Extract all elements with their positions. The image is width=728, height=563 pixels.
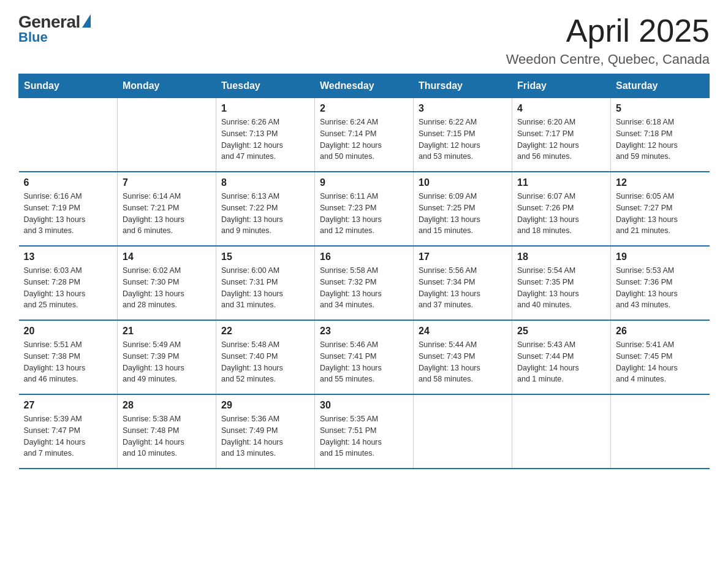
day-number: 13 [24,251,113,262]
day-info: Sunrise: 5:49 AMSunset: 7:39 PMDaylight:… [123,339,211,385]
day-number: 30 [320,400,408,411]
day-info: Sunrise: 5:46 AMSunset: 7:41 PMDaylight:… [320,339,408,385]
day-number: 11 [517,177,605,188]
day-number: 24 [419,326,507,337]
calendar-cell: 27Sunrise: 5:39 AMSunset: 7:47 PMDayligh… [19,394,118,469]
calendar-cell [118,98,216,172]
day-number: 8 [221,177,309,188]
logo-triangle-icon [82,14,91,28]
calendar-cell: 9Sunrise: 6:11 AMSunset: 7:23 PMDaylight… [315,172,414,246]
day-number: 17 [419,251,507,262]
day-info: Sunrise: 6:18 AMSunset: 7:18 PMDaylight:… [616,117,705,163]
week-row-5: 27Sunrise: 5:39 AMSunset: 7:47 PMDayligh… [19,394,710,469]
calendar-cell: 4Sunrise: 6:20 AMSunset: 7:17 PMDaylight… [512,98,611,172]
day-number: 20 [24,326,113,337]
calendar-cell: 5Sunrise: 6:18 AMSunset: 7:18 PMDaylight… [611,98,710,172]
day-number: 26 [616,326,705,337]
calendar-cell: 30Sunrise: 5:35 AMSunset: 7:51 PMDayligh… [315,394,414,469]
calendar-cell: 23Sunrise: 5:46 AMSunset: 7:41 PMDayligh… [315,320,414,394]
day-number: 4 [517,103,605,114]
calendar-cell: 3Sunrise: 6:22 AMSunset: 7:15 PMDaylight… [414,98,512,172]
day-number: 28 [123,400,211,411]
day-number: 18 [517,251,605,262]
day-info: Sunrise: 6:20 AMSunset: 7:17 PMDaylight:… [517,117,605,163]
day-number: 25 [517,326,605,337]
week-row-2: 6Sunrise: 6:16 AMSunset: 7:19 PMDaylight… [19,172,710,246]
week-row-3: 13Sunrise: 6:03 AMSunset: 7:28 PMDayligh… [19,246,710,320]
calendar-cell: 17Sunrise: 5:56 AMSunset: 7:34 PMDayligh… [414,246,512,320]
calendar-cell: 6Sunrise: 6:16 AMSunset: 7:19 PMDaylight… [19,172,118,246]
day-info: Sunrise: 5:35 AMSunset: 7:51 PMDaylight:… [320,413,408,459]
day-number: 21 [123,326,211,337]
calendar-table: SundayMondayTuesdayWednesdayThursdayFrid… [18,74,710,469]
calendar-cell: 8Sunrise: 6:13 AMSunset: 7:22 PMDaylight… [216,172,315,246]
day-number: 1 [221,103,309,114]
calendar-cell: 24Sunrise: 5:44 AMSunset: 7:43 PMDayligh… [414,320,512,394]
day-info: Sunrise: 5:53 AMSunset: 7:36 PMDaylight:… [616,265,705,311]
day-number: 22 [221,326,309,337]
calendar-cell: 29Sunrise: 5:36 AMSunset: 7:49 PMDayligh… [216,394,315,469]
day-info: Sunrise: 5:48 AMSunset: 7:40 PMDaylight:… [221,339,309,385]
calendar-cell: 11Sunrise: 6:07 AMSunset: 7:26 PMDayligh… [512,172,611,246]
day-info: Sunrise: 5:38 AMSunset: 7:48 PMDaylight:… [123,413,211,459]
day-info: Sunrise: 5:56 AMSunset: 7:34 PMDaylight:… [419,265,507,311]
day-info: Sunrise: 6:24 AMSunset: 7:14 PMDaylight:… [320,117,408,163]
weekday-header-sunday: Sunday [19,74,118,98]
calendar-cell: 21Sunrise: 5:49 AMSunset: 7:39 PMDayligh… [118,320,216,394]
day-info: Sunrise: 6:14 AMSunset: 7:21 PMDaylight:… [123,191,211,237]
calendar-title: April 2025 [506,12,710,49]
day-info: Sunrise: 6:02 AMSunset: 7:30 PMDaylight:… [123,265,211,311]
day-info: Sunrise: 6:16 AMSunset: 7:19 PMDaylight:… [24,191,113,237]
day-info: Sunrise: 6:07 AMSunset: 7:26 PMDaylight:… [517,191,605,237]
calendar-cell: 20Sunrise: 5:51 AMSunset: 7:38 PMDayligh… [19,320,118,394]
day-info: Sunrise: 6:09 AMSunset: 7:25 PMDaylight:… [419,191,507,237]
day-info: Sunrise: 5:43 AMSunset: 7:44 PMDaylight:… [517,339,605,385]
calendar-subtitle: Weedon Centre, Quebec, Canada [506,52,710,67]
calendar-cell: 1Sunrise: 6:26 AMSunset: 7:13 PMDaylight… [216,98,315,172]
calendar-cell: 19Sunrise: 5:53 AMSunset: 7:36 PMDayligh… [611,246,710,320]
day-info: Sunrise: 5:54 AMSunset: 7:35 PMDaylight:… [517,265,605,311]
week-row-1: 1Sunrise: 6:26 AMSunset: 7:13 PMDaylight… [19,98,710,172]
weekday-header-monday: Monday [118,74,216,98]
calendar-cell: 14Sunrise: 6:02 AMSunset: 7:30 PMDayligh… [118,246,216,320]
day-info: Sunrise: 5:58 AMSunset: 7:32 PMDaylight:… [320,265,408,311]
calendar-cell: 2Sunrise: 6:24 AMSunset: 7:14 PMDaylight… [315,98,414,172]
calendar-cell: 13Sunrise: 6:03 AMSunset: 7:28 PMDayligh… [19,246,118,320]
title-block: April 2025 Weedon Centre, Quebec, Canada [506,12,710,67]
day-number: 10 [419,177,507,188]
page-header: General Blue April 2025 Weedon Centre, Q… [18,12,710,67]
day-number: 23 [320,326,408,337]
day-number: 7 [123,177,211,188]
day-info: Sunrise: 5:36 AMSunset: 7:49 PMDaylight:… [221,413,309,459]
calendar-cell: 7Sunrise: 6:14 AMSunset: 7:21 PMDaylight… [118,172,216,246]
calendar-cell: 26Sunrise: 5:41 AMSunset: 7:45 PMDayligh… [611,320,710,394]
day-info: Sunrise: 5:51 AMSunset: 7:38 PMDaylight:… [24,339,113,385]
weekday-header-thursday: Thursday [414,74,512,98]
day-info: Sunrise: 6:03 AMSunset: 7:28 PMDaylight:… [24,265,113,311]
day-info: Sunrise: 6:00 AMSunset: 7:31 PMDaylight:… [221,265,309,311]
calendar-cell [611,394,710,469]
day-info: Sunrise: 5:44 AMSunset: 7:43 PMDaylight:… [419,339,507,385]
calendar-cell: 10Sunrise: 6:09 AMSunset: 7:25 PMDayligh… [414,172,512,246]
day-number: 9 [320,177,408,188]
calendar-cell [512,394,611,469]
day-info: Sunrise: 5:41 AMSunset: 7:45 PMDaylight:… [616,339,705,385]
day-info: Sunrise: 6:22 AMSunset: 7:15 PMDaylight:… [419,117,507,163]
day-info: Sunrise: 5:39 AMSunset: 7:47 PMDaylight:… [24,413,113,459]
weekday-header-friday: Friday [512,74,611,98]
calendar-cell [414,394,512,469]
calendar-cell: 16Sunrise: 5:58 AMSunset: 7:32 PMDayligh… [315,246,414,320]
calendar-cell: 15Sunrise: 6:00 AMSunset: 7:31 PMDayligh… [216,246,315,320]
day-info: Sunrise: 6:26 AMSunset: 7:13 PMDaylight:… [221,117,309,163]
week-row-4: 20Sunrise: 5:51 AMSunset: 7:38 PMDayligh… [19,320,710,394]
day-number: 12 [616,177,705,188]
weekday-header-saturday: Saturday [611,74,710,98]
logo-blue-text: Blue [18,29,48,45]
day-number: 5 [616,103,705,114]
weekday-header-tuesday: Tuesday [216,74,315,98]
day-number: 14 [123,251,211,262]
calendar-cell [19,98,118,172]
day-number: 3 [419,103,507,114]
day-number: 6 [24,177,113,188]
day-number: 16 [320,251,408,262]
